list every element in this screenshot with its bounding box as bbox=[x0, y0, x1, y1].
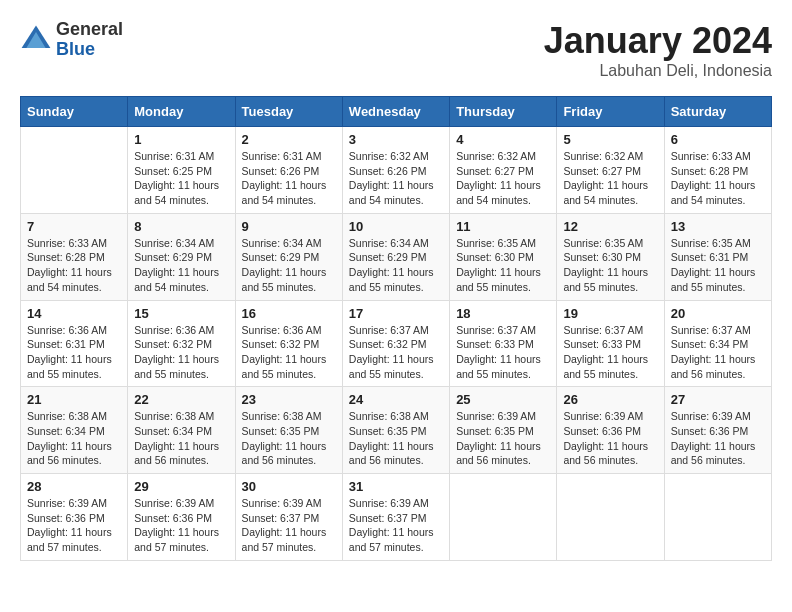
weekday-header-friday: Friday bbox=[557, 97, 664, 127]
day-info: Sunrise: 6:32 AM Sunset: 6:27 PM Dayligh… bbox=[563, 149, 657, 208]
day-cell: 5Sunrise: 6:32 AM Sunset: 6:27 PM Daylig… bbox=[557, 127, 664, 214]
day-info: Sunrise: 6:31 AM Sunset: 6:25 PM Dayligh… bbox=[134, 149, 228, 208]
day-info: Sunrise: 6:35 AM Sunset: 6:31 PM Dayligh… bbox=[671, 236, 765, 295]
day-number: 5 bbox=[563, 132, 657, 147]
weekday-header-wednesday: Wednesday bbox=[342, 97, 449, 127]
day-number: 24 bbox=[349, 392, 443, 407]
day-cell: 11Sunrise: 6:35 AM Sunset: 6:30 PM Dayli… bbox=[450, 213, 557, 300]
day-info: Sunrise: 6:39 AM Sunset: 6:35 PM Dayligh… bbox=[456, 409, 550, 468]
day-number: 27 bbox=[671, 392, 765, 407]
day-number: 17 bbox=[349, 306, 443, 321]
day-number: 11 bbox=[456, 219, 550, 234]
day-cell: 18Sunrise: 6:37 AM Sunset: 6:33 PM Dayli… bbox=[450, 300, 557, 387]
day-cell: 21Sunrise: 6:38 AM Sunset: 6:34 PM Dayli… bbox=[21, 387, 128, 474]
day-number: 18 bbox=[456, 306, 550, 321]
day-number: 30 bbox=[242, 479, 336, 494]
location: Labuhan Deli, Indonesia bbox=[544, 62, 772, 80]
weekday-header-thursday: Thursday bbox=[450, 97, 557, 127]
day-cell: 25Sunrise: 6:39 AM Sunset: 6:35 PM Dayli… bbox=[450, 387, 557, 474]
day-cell bbox=[557, 474, 664, 561]
day-number: 16 bbox=[242, 306, 336, 321]
day-info: Sunrise: 6:39 AM Sunset: 6:36 PM Dayligh… bbox=[671, 409, 765, 468]
day-info: Sunrise: 6:38 AM Sunset: 6:35 PM Dayligh… bbox=[242, 409, 336, 468]
day-info: Sunrise: 6:31 AM Sunset: 6:26 PM Dayligh… bbox=[242, 149, 336, 208]
day-info: Sunrise: 6:34 AM Sunset: 6:29 PM Dayligh… bbox=[349, 236, 443, 295]
day-cell: 9Sunrise: 6:34 AM Sunset: 6:29 PM Daylig… bbox=[235, 213, 342, 300]
day-info: Sunrise: 6:33 AM Sunset: 6:28 PM Dayligh… bbox=[671, 149, 765, 208]
day-info: Sunrise: 6:37 AM Sunset: 6:33 PM Dayligh… bbox=[456, 323, 550, 382]
day-cell: 31Sunrise: 6:39 AM Sunset: 6:37 PM Dayli… bbox=[342, 474, 449, 561]
day-number: 22 bbox=[134, 392, 228, 407]
day-info: Sunrise: 6:38 AM Sunset: 6:35 PM Dayligh… bbox=[349, 409, 443, 468]
day-number: 28 bbox=[27, 479, 121, 494]
day-cell: 14Sunrise: 6:36 AM Sunset: 6:31 PM Dayli… bbox=[21, 300, 128, 387]
day-cell: 7Sunrise: 6:33 AM Sunset: 6:28 PM Daylig… bbox=[21, 213, 128, 300]
page-header: General Blue January 2024 Labuhan Deli, … bbox=[20, 20, 772, 80]
day-cell: 22Sunrise: 6:38 AM Sunset: 6:34 PM Dayli… bbox=[128, 387, 235, 474]
day-cell: 6Sunrise: 6:33 AM Sunset: 6:28 PM Daylig… bbox=[664, 127, 771, 214]
day-info: Sunrise: 6:39 AM Sunset: 6:36 PM Dayligh… bbox=[27, 496, 121, 555]
day-info: Sunrise: 6:39 AM Sunset: 6:37 PM Dayligh… bbox=[242, 496, 336, 555]
day-number: 19 bbox=[563, 306, 657, 321]
weekday-header-row: SundayMondayTuesdayWednesdayThursdayFrid… bbox=[21, 97, 772, 127]
day-cell: 17Sunrise: 6:37 AM Sunset: 6:32 PM Dayli… bbox=[342, 300, 449, 387]
day-info: Sunrise: 6:39 AM Sunset: 6:36 PM Dayligh… bbox=[563, 409, 657, 468]
day-number: 12 bbox=[563, 219, 657, 234]
day-cell bbox=[450, 474, 557, 561]
month-title: January 2024 bbox=[544, 20, 772, 62]
logo-icon bbox=[20, 24, 52, 56]
day-info: Sunrise: 6:32 AM Sunset: 6:26 PM Dayligh… bbox=[349, 149, 443, 208]
day-cell: 19Sunrise: 6:37 AM Sunset: 6:33 PM Dayli… bbox=[557, 300, 664, 387]
day-cell: 27Sunrise: 6:39 AM Sunset: 6:36 PM Dayli… bbox=[664, 387, 771, 474]
day-number: 1 bbox=[134, 132, 228, 147]
logo-general: General bbox=[56, 20, 123, 40]
day-cell: 12Sunrise: 6:35 AM Sunset: 6:30 PM Dayli… bbox=[557, 213, 664, 300]
day-number: 29 bbox=[134, 479, 228, 494]
day-number: 7 bbox=[27, 219, 121, 234]
weekday-header-saturday: Saturday bbox=[664, 97, 771, 127]
day-cell: 20Sunrise: 6:37 AM Sunset: 6:34 PM Dayli… bbox=[664, 300, 771, 387]
week-row-1: 1Sunrise: 6:31 AM Sunset: 6:25 PM Daylig… bbox=[21, 127, 772, 214]
weekday-header-monday: Monday bbox=[128, 97, 235, 127]
calendar-table: SundayMondayTuesdayWednesdayThursdayFrid… bbox=[20, 96, 772, 561]
day-number: 9 bbox=[242, 219, 336, 234]
day-info: Sunrise: 6:34 AM Sunset: 6:29 PM Dayligh… bbox=[134, 236, 228, 295]
day-cell: 2Sunrise: 6:31 AM Sunset: 6:26 PM Daylig… bbox=[235, 127, 342, 214]
day-number: 2 bbox=[242, 132, 336, 147]
day-info: Sunrise: 6:36 AM Sunset: 6:32 PM Dayligh… bbox=[242, 323, 336, 382]
day-cell: 10Sunrise: 6:34 AM Sunset: 6:29 PM Dayli… bbox=[342, 213, 449, 300]
day-cell: 13Sunrise: 6:35 AM Sunset: 6:31 PM Dayli… bbox=[664, 213, 771, 300]
day-number: 25 bbox=[456, 392, 550, 407]
day-cell: 30Sunrise: 6:39 AM Sunset: 6:37 PM Dayli… bbox=[235, 474, 342, 561]
day-number: 8 bbox=[134, 219, 228, 234]
day-cell: 28Sunrise: 6:39 AM Sunset: 6:36 PM Dayli… bbox=[21, 474, 128, 561]
day-info: Sunrise: 6:35 AM Sunset: 6:30 PM Dayligh… bbox=[456, 236, 550, 295]
day-info: Sunrise: 6:37 AM Sunset: 6:33 PM Dayligh… bbox=[563, 323, 657, 382]
day-info: Sunrise: 6:38 AM Sunset: 6:34 PM Dayligh… bbox=[27, 409, 121, 468]
title-section: January 2024 Labuhan Deli, Indonesia bbox=[544, 20, 772, 80]
day-cell bbox=[664, 474, 771, 561]
day-cell: 24Sunrise: 6:38 AM Sunset: 6:35 PM Dayli… bbox=[342, 387, 449, 474]
day-info: Sunrise: 6:37 AM Sunset: 6:32 PM Dayligh… bbox=[349, 323, 443, 382]
day-cell: 3Sunrise: 6:32 AM Sunset: 6:26 PM Daylig… bbox=[342, 127, 449, 214]
day-cell: 29Sunrise: 6:39 AM Sunset: 6:36 PM Dayli… bbox=[128, 474, 235, 561]
day-number: 15 bbox=[134, 306, 228, 321]
day-number: 21 bbox=[27, 392, 121, 407]
day-cell: 8Sunrise: 6:34 AM Sunset: 6:29 PM Daylig… bbox=[128, 213, 235, 300]
day-number: 14 bbox=[27, 306, 121, 321]
day-info: Sunrise: 6:34 AM Sunset: 6:29 PM Dayligh… bbox=[242, 236, 336, 295]
day-number: 3 bbox=[349, 132, 443, 147]
day-info: Sunrise: 6:39 AM Sunset: 6:37 PM Dayligh… bbox=[349, 496, 443, 555]
weekday-header-tuesday: Tuesday bbox=[235, 97, 342, 127]
logo-text: General Blue bbox=[56, 20, 123, 60]
week-row-2: 7Sunrise: 6:33 AM Sunset: 6:28 PM Daylig… bbox=[21, 213, 772, 300]
week-row-4: 21Sunrise: 6:38 AM Sunset: 6:34 PM Dayli… bbox=[21, 387, 772, 474]
day-info: Sunrise: 6:33 AM Sunset: 6:28 PM Dayligh… bbox=[27, 236, 121, 295]
day-number: 20 bbox=[671, 306, 765, 321]
day-info: Sunrise: 6:38 AM Sunset: 6:34 PM Dayligh… bbox=[134, 409, 228, 468]
day-number: 6 bbox=[671, 132, 765, 147]
weekday-header-sunday: Sunday bbox=[21, 97, 128, 127]
day-cell: 26Sunrise: 6:39 AM Sunset: 6:36 PM Dayli… bbox=[557, 387, 664, 474]
day-cell: 23Sunrise: 6:38 AM Sunset: 6:35 PM Dayli… bbox=[235, 387, 342, 474]
day-cell: 1Sunrise: 6:31 AM Sunset: 6:25 PM Daylig… bbox=[128, 127, 235, 214]
